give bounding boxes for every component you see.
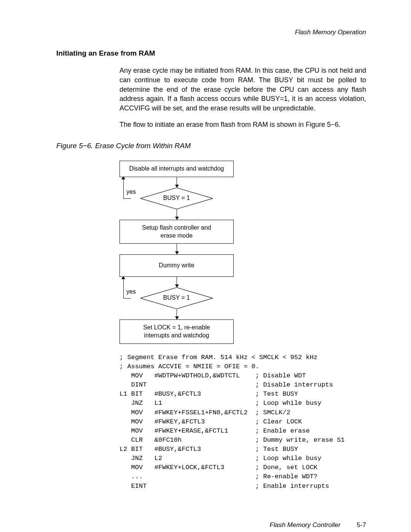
- code-line: L1 BIT #BUSY,&FCTL3 ; Test BUSY: [119, 390, 298, 398]
- code-line: ... ; Re-enable WDT?: [119, 473, 317, 480]
- figure-caption: Figure 5−6. Erase Cycle from Within RAM: [56, 142, 366, 150]
- flow-arrow-icon: [177, 209, 177, 220]
- code-line: MOV #FWKEY,&FCTL3 ; Clear LOCK: [119, 418, 302, 425]
- flow-box-label: erase mode: [161, 232, 193, 239]
- flow-arrow-icon: [177, 309, 177, 320]
- flow-box-setup-controller: Setup flash controller and erase mode: [119, 220, 234, 244]
- page: Flash Memory Operation Initiating an Era…: [0, 0, 411, 532]
- code-line: L2 BIT #BUSY,&FCTL3 ; Test BUSY: [119, 446, 298, 453]
- body-paragraph-2: The flow to initiate an erase from flash…: [119, 120, 366, 129]
- flow-box-label: Disable all interrupts and watchdog: [129, 165, 224, 172]
- section-heading: Initiating an Erase from RAM: [56, 49, 366, 58]
- flowchart: Disable all interrupts and watchdog yes …: [119, 161, 234, 344]
- flow-arrow-icon: [177, 177, 177, 188]
- flow-decision-label: BUSY = 1: [119, 195, 234, 201]
- code-line: MOV #FWKEY+FSSEL1+FN0,&FCTL2 ; SMCLK/2: [119, 409, 290, 416]
- flow-box-label: interrupts and watchdog: [144, 332, 209, 339]
- code-line: JNZ L1 ; Loop while busy: [119, 399, 322, 407]
- flow-box-dummy-write: Dummy write: [119, 254, 234, 277]
- code-line: JNZ L2 ; Loop while busy: [119, 455, 322, 462]
- flow-arrow-icon: [177, 244, 177, 254]
- code-line: MOV #FWKEY+ERASE,&FCTL1 ; Enable erase: [119, 427, 310, 435]
- flow-box-label: Set LOCK = 1, re-enable: [143, 324, 210, 331]
- flow-arrow-icon: [177, 277, 177, 288]
- page-footer: Flash Memory Controller 5-7: [56, 521, 366, 529]
- flow-decision-label: BUSY = 1: [119, 294, 234, 301]
- flow-box-set-lock: Set LOCK = 1, re-enable interrupts and w…: [119, 320, 234, 344]
- code-line: MOV #WDTPW+WDTHOLD,&WDTCTL ; Disable WDT: [119, 372, 306, 379]
- flow-box-disable-interrupts: Disable all interrupts and watchdog: [119, 161, 234, 177]
- code-line: CLR &0FC10h ; Dummy write, erase S1: [119, 436, 345, 444]
- flow-box-label: Dummy write: [159, 262, 194, 268]
- code-line: ; Assumes ACCVIE = NMIIE = OFIE = 0.: [119, 363, 259, 370]
- flow-decision-busy-1: yes BUSY = 1: [119, 188, 234, 209]
- flow-decision-busy-2: yes BUSY = 1: [119, 288, 234, 309]
- flow-box-label: Setup flash controller and: [142, 224, 211, 231]
- code-line: DINT ; Disable interrupts: [119, 381, 333, 388]
- code-line: EINT ; Enable interrupts: [119, 482, 329, 490]
- running-header: Flash Memory Operation: [56, 29, 366, 36]
- footer-title: Flash Memory Controller: [270, 521, 341, 529]
- code-listing: ; Segment Erase from RAM. 514 kHz < SMCL…: [119, 353, 366, 491]
- code-line: MOV #FWKEY+LOCK,&FCTL3 ; Done, set LOCK: [119, 464, 317, 471]
- code-line: ; Segment Erase from RAM. 514 kHz < SMCL…: [119, 354, 317, 361]
- body-paragraph-1: Any erase cycle may be initiated from RA…: [119, 66, 366, 113]
- footer-page-number: 5-7: [357, 521, 366, 529]
